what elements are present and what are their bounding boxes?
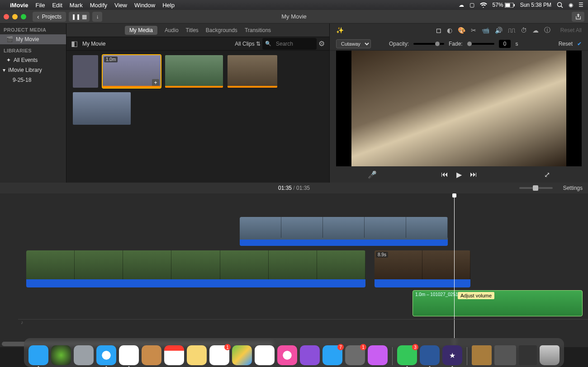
- dock-icon-downloads[interactable]: [472, 345, 492, 365]
- primary-clip[interactable]: 8.9s: [375, 250, 470, 287]
- timeline-settings-button[interactable]: Settings: [563, 185, 583, 191]
- menu-edit[interactable]: Edit: [52, 2, 62, 9]
- clip-thumbnail[interactable]: [73, 92, 131, 125]
- disclosure-triangle-icon[interactable]: ▾: [3, 67, 5, 73]
- enhance-icon[interactable]: ✨: [336, 27, 344, 34]
- zoom-window-button[interactable]: [21, 14, 26, 19]
- overlay-mode-select[interactable]: Cutaway: [336, 39, 371, 48]
- siri-icon[interactable]: ◉: [569, 2, 573, 8]
- clip-thumbnail[interactable]: 1.0m +: [103, 55, 161, 88]
- airplay-icon[interactable]: ▢: [469, 2, 474, 8]
- video-overlay-icon[interactable]: ◻: [436, 27, 441, 34]
- dock-icon-notes[interactable]: [187, 345, 207, 365]
- browser-tabs: My Media Audio Titles Backgrounds Transi…: [66, 24, 329, 37]
- share-button[interactable]: [572, 12, 584, 22]
- close-window-button[interactable]: [4, 14, 9, 19]
- dock-icon-imovie[interactable]: ★: [442, 345, 462, 365]
- media-library-toggle[interactable]: ❚❚ ▦: [69, 12, 90, 22]
- clip-filter-dropdown[interactable]: All Clips ⇅: [235, 41, 261, 47]
- sidebar-header-project-media: PROJECT MEDIA: [0, 24, 66, 34]
- tab-titles[interactable]: Titles: [186, 27, 199, 33]
- tab-transitions[interactable]: Transitions: [245, 27, 271, 33]
- opacity-slider[interactable]: [413, 43, 444, 45]
- fade-slider[interactable]: [467, 43, 494, 45]
- clip-thumbnail[interactable]: [228, 55, 277, 88]
- tab-backgrounds[interactable]: Backgrounds: [206, 27, 237, 33]
- dock-icon-podcasts[interactable]: [300, 345, 320, 365]
- import-button[interactable]: ↓: [92, 12, 102, 22]
- sidebar-item-event[interactable]: 9-25-18: [0, 75, 66, 85]
- notification-center-icon[interactable]: ☰: [579, 2, 583, 8]
- preview-viewer[interactable]: [336, 51, 582, 166]
- dock-stack[interactable]: [494, 345, 516, 365]
- dock-stack[interactable]: [519, 345, 537, 365]
- menu-modify[interactable]: Modify: [90, 2, 107, 9]
- background-music-well[interactable]: ♪: [18, 319, 588, 327]
- apply-checkmark-icon[interactable]: ✔: [577, 41, 582, 47]
- toggle-sidebar-button[interactable]: ◧: [71, 39, 78, 48]
- noise-reduction-icon[interactable]: ⎍⎍: [508, 27, 515, 34]
- dock-icon-launchpad[interactable]: [74, 345, 94, 365]
- crop-icon[interactable]: ✂: [471, 27, 476, 34]
- search-input[interactable]: [273, 39, 314, 48]
- stabilization-icon[interactable]: 📹: [482, 27, 489, 34]
- dock-icon-system-preferences[interactable]: 1: [345, 345, 365, 365]
- dock-icon-finder[interactable]: [28, 345, 48, 365]
- dock-icon-messages[interactable]: [368, 345, 388, 365]
- dock-icon-maps[interactable]: [232, 345, 252, 365]
- clip-thumbnail[interactable]: [73, 55, 98, 88]
- primary-clip[interactable]: [26, 250, 365, 287]
- menu-help[interactable]: Help: [162, 2, 175, 9]
- next-frame-button[interactable]: ⏭: [470, 170, 477, 179]
- svg-rect-2: [514, 4, 515, 6]
- tab-my-media[interactable]: My Media: [125, 26, 157, 35]
- color-correction-icon[interactable]: 🎨: [458, 27, 465, 34]
- menubar-clock[interactable]: Sun 5:38 PM: [520, 2, 551, 8]
- sidebar-item-my-movie[interactable]: 🎬 My Movie: [0, 34, 66, 44]
- tab-audio[interactable]: Audio: [165, 27, 179, 33]
- minimize-window-button[interactable]: [12, 14, 18, 19]
- app-menu[interactable]: iMovie: [10, 2, 28, 9]
- menu-window[interactable]: Window: [134, 2, 155, 9]
- dock-icon-imessage[interactable]: 3: [397, 345, 417, 365]
- dock-icon-appstore[interactable]: 7: [322, 345, 342, 365]
- fullscreen-icon[interactable]: ⤢: [544, 170, 550, 179]
- spotlight-icon[interactable]: [557, 2, 563, 8]
- dock-icon-word[interactable]: [420, 345, 440, 365]
- prev-frame-button[interactable]: ⏮: [441, 170, 448, 179]
- battery-status[interactable]: 57%: [493, 2, 515, 8]
- dock-icon-photos[interactable]: [255, 345, 275, 365]
- timeline[interactable]: 8.9s 1.0m – 101027_0251 Adjust volume ♪: [0, 193, 588, 347]
- menu-mark[interactable]: Mark: [70, 2, 83, 9]
- menu-file[interactable]: File: [35, 2, 45, 9]
- sidebar-item-imovie-library[interactable]: ▾ iMovie Library: [0, 65, 66, 75]
- clip-filter-icon[interactable]: ☁: [532, 27, 539, 34]
- dock-icon-siri[interactable]: [51, 345, 71, 365]
- dock-icon-contacts[interactable]: [142, 345, 161, 365]
- play-button[interactable]: ▶: [456, 170, 462, 179]
- info-icon[interactable]: ⓘ: [544, 26, 550, 34]
- detached-audio-clip[interactable]: 1.0m – 101027_0251: [413, 290, 583, 316]
- clip-thumbnail[interactable]: [165, 55, 223, 88]
- add-clip-button[interactable]: +: [152, 79, 159, 86]
- sidebar-item-all-events[interactable]: ✦ All Events: [0, 55, 66, 65]
- dock-icon-reminders[interactable]: 1: [209, 345, 229, 365]
- dock-icon-mail[interactable]: [119, 345, 139, 365]
- speed-icon[interactable]: ⏱: [521, 27, 527, 34]
- cloud-icon[interactable]: ☁︎: [459, 2, 464, 8]
- browser-settings-icon[interactable]: ⚙: [318, 39, 325, 48]
- volume-icon[interactable]: 🔊: [495, 27, 503, 34]
- color-balance-icon[interactable]: ◐: [447, 27, 452, 34]
- dock-icon-safari[interactable]: [96, 345, 116, 365]
- wifi-icon[interactable]: [480, 2, 487, 8]
- menu-view[interactable]: View: [114, 2, 127, 9]
- dock-icon-trash[interactable]: [540, 345, 560, 365]
- reset-all-button[interactable]: Reset All: [560, 27, 582, 33]
- voiceover-record-icon[interactable]: 🎤: [368, 170, 377, 179]
- cutaway-clip[interactable]: [240, 217, 448, 246]
- projects-back-button[interactable]: Projects: [33, 12, 66, 22]
- dock-icon-calendar[interactable]: [164, 345, 184, 365]
- dock-icon-itunes[interactable]: [277, 345, 297, 365]
- timeline-zoom-slider[interactable]: [519, 187, 553, 189]
- reset-button[interactable]: Reset: [559, 41, 573, 47]
